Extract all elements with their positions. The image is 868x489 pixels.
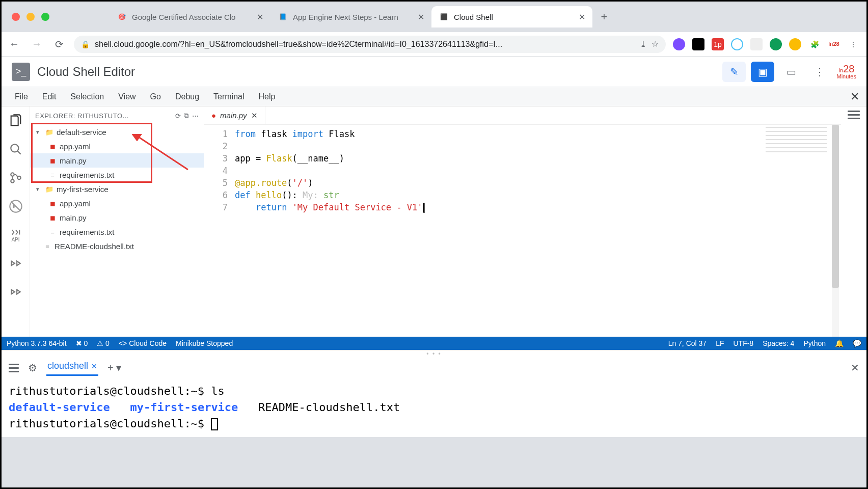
close-tab-icon[interactable]: ✕ — [418, 12, 424, 22]
menu-go[interactable]: Go — [144, 89, 167, 104]
ext-icon[interactable] — [731, 38, 743, 50]
close-tab-icon[interactable]: ✕ — [251, 111, 258, 120]
browser-menu-button[interactable]: ⋮ — [847, 38, 859, 50]
bookmark-icon[interactable]: ☆ — [652, 39, 659, 49]
tab-google-cert[interactable]: 🎯 Google Certified Associate Clo ✕ — [110, 6, 270, 28]
search-icon[interactable] — [7, 140, 25, 158]
close-window-button[interactable] — [12, 13, 20, 21]
ide-area: API EXPLORER: RITHUSTUTO... ⟳ ⧉ ⋯ ▾ 📁 de… — [2, 106, 866, 337]
status-minikube[interactable]: Minikube Stopped — [176, 339, 233, 347]
file-main-py-2[interactable]: ◼ main.py — [30, 210, 204, 225]
menu-view[interactable]: View — [112, 89, 142, 104]
close-tab-icon[interactable]: ✕ — [257, 12, 263, 22]
ext-icon[interactable] — [750, 38, 763, 50]
tab-cloud-shell[interactable]: ⬛ Cloud Shell ✕ — [431, 6, 592, 28]
file-label: README-cloudshell.txt — [55, 242, 134, 251]
folder-default-service[interactable]: ▾ 📁 default-service — [30, 125, 204, 139]
terminal-menu-icon[interactable] — [9, 364, 19, 372]
chevron-down-icon: ▾ — [36, 129, 42, 135]
new-terminal-button[interactable]: + ▾ — [107, 362, 121, 374]
more-icon[interactable]: ⋯ — [192, 112, 199, 120]
code-area[interactable]: 1234567 from flask import Flask app = Fl… — [204, 125, 841, 337]
tab-app-engine[interactable]: 📘 App Engine Next Steps - Learn ✕ — [270, 6, 431, 28]
terminal-tab-cloudshell[interactable]: cloudshell ✕ — [46, 360, 98, 376]
bell-icon[interactable]: 🔔 — [835, 339, 844, 347]
install-icon[interactable]: ⤓ — [640, 39, 646, 49]
status-cursor-pos[interactable]: Ln 7, Col 37 — [668, 339, 707, 347]
folder-my-first-service[interactable]: ▾ 📁 my-first-service — [30, 182, 204, 196]
close-panel-icon[interactable]: ✕ — [851, 362, 859, 374]
file-readme[interactable]: ≡ README-cloudshell.txt — [30, 239, 204, 253]
close-terminal-tab-icon[interactable]: ✕ — [91, 362, 97, 370]
forward-button[interactable]: → — [29, 37, 44, 52]
menu-terminal[interactable]: Terminal — [207, 89, 250, 104]
refresh-icon[interactable]: ⟳ — [175, 112, 181, 120]
outline-icon[interactable] — [848, 111, 860, 337]
status-errors[interactable]: ✖ 0 — [76, 339, 88, 347]
file-app-yaml-2[interactable]: ◼ app.yaml — [30, 196, 204, 210]
collapse-icon[interactable]: ⧉ — [184, 112, 189, 120]
editor-panel: ● main.py ✕ 1234567 from flask import Fl… — [204, 106, 841, 337]
reload-button[interactable]: ⟳ — [51, 37, 67, 52]
menu-selection[interactable]: Selection — [64, 89, 110, 104]
editor-tab-main-py[interactable]: ● main.py ✕ — [204, 106, 265, 125]
ext-icon[interactable] — [770, 38, 782, 50]
extensions-area: 1p 🧩 In28 ⋮ — [673, 38, 861, 50]
back-button[interactable]: ← — [7, 37, 22, 52]
api-icon[interactable]: API — [7, 226, 25, 244]
file-label: main.py — [60, 156, 87, 165]
menu-file[interactable]: File — [9, 89, 34, 104]
close-panel-icon[interactable]: ✕ — [850, 90, 859, 103]
close-tab-icon[interactable]: ✕ — [579, 12, 585, 22]
new-window-button[interactable]: ▭ — [779, 62, 803, 82]
status-warnings[interactable]: ⚠ 0 — [97, 339, 110, 347]
kubernetes-icon[interactable] — [7, 283, 25, 301]
ext-icon[interactable]: 1p — [712, 38, 724, 50]
explorer-panel: EXPLORER: RITHUSTUTO... ⟳ ⧉ ⋯ ▾ 📁 defaul… — [30, 106, 204, 337]
file-tree: ▾ 📁 default-service ◼ app.yaml ◼ main.py… — [30, 125, 204, 337]
minimap[interactable] — [766, 127, 827, 152]
file-app-yaml[interactable]: ◼ app.yaml — [30, 139, 204, 153]
status-python[interactable]: Python 3.7.3 64-bit — [7, 339, 67, 347]
maximize-window-button[interactable] — [41, 13, 49, 21]
ext-icon[interactable] — [692, 38, 704, 50]
drag-handle[interactable]: • • • — [2, 350, 866, 358]
edit-button[interactable]: ✎ — [722, 62, 746, 82]
settings-icon[interactable]: ⚙ — [28, 362, 37, 374]
scrollbar-thumb[interactable] — [832, 125, 839, 288]
text-file-icon: ≡ — [48, 228, 57, 236]
terminal-tab-label: cloudshell — [47, 361, 88, 371]
explorer-icon[interactable] — [7, 112, 25, 130]
menu-help[interactable]: Help — [253, 89, 282, 104]
source-control-icon[interactable] — [7, 169, 25, 187]
cloud-run-icon[interactable] — [7, 254, 25, 273]
session-timer: In28 Minutes — [836, 64, 856, 79]
more-menu-button[interactable]: ⋮ — [808, 62, 831, 82]
ext-icon[interactable]: In28 — [828, 38, 840, 50]
new-tab-button[interactable]: + — [596, 9, 612, 24]
menu-debug[interactable]: Debug — [169, 89, 205, 104]
code-text: from flask import Flask app = Flask(__na… — [235, 125, 425, 337]
terminal-button[interactable]: ▣ — [751, 62, 774, 82]
status-indent[interactable]: Spaces: 4 — [763, 339, 794, 347]
status-cloud-code[interactable]: <> Cloud Code — [119, 339, 167, 347]
file-requirements-txt[interactable]: ≡ requirements.txt — [30, 168, 204, 182]
status-eol[interactable]: LF — [716, 339, 724, 347]
titlebar: 🎯 Google Certified Associate Clo ✕ 📘 App… — [2, 2, 866, 32]
yaml-file-icon: ◼ — [48, 142, 57, 150]
feedback-icon[interactable]: 💬 — [853, 339, 861, 347]
file-requirements-txt-2[interactable]: ≡ requirements.txt — [30, 225, 204, 239]
favicon-icon: 📘 — [278, 12, 288, 22]
ext-icon[interactable] — [789, 38, 801, 50]
address-bar[interactable]: 🔒 shell.cloud.google.com/?hl=en_US&fromc… — [74, 36, 666, 53]
terminal-output[interactable]: rithustutorials@cloudshell:~$ ls default… — [2, 378, 866, 437]
status-encoding[interactable]: UTF-8 — [733, 339, 753, 347]
menu-edit[interactable]: Edit — [36, 89, 63, 104]
extensions-button[interactable]: 🧩 — [808, 38, 821, 50]
ext-icon[interactable] — [673, 38, 685, 50]
debug-disabled-icon[interactable] — [7, 197, 25, 215]
file-main-py[interactable]: ◼ main.py — [30, 153, 204, 168]
editor-tab-label: main.py — [220, 111, 247, 120]
status-language[interactable]: Python — [803, 339, 826, 347]
minimize-window-button[interactable] — [26, 13, 35, 21]
